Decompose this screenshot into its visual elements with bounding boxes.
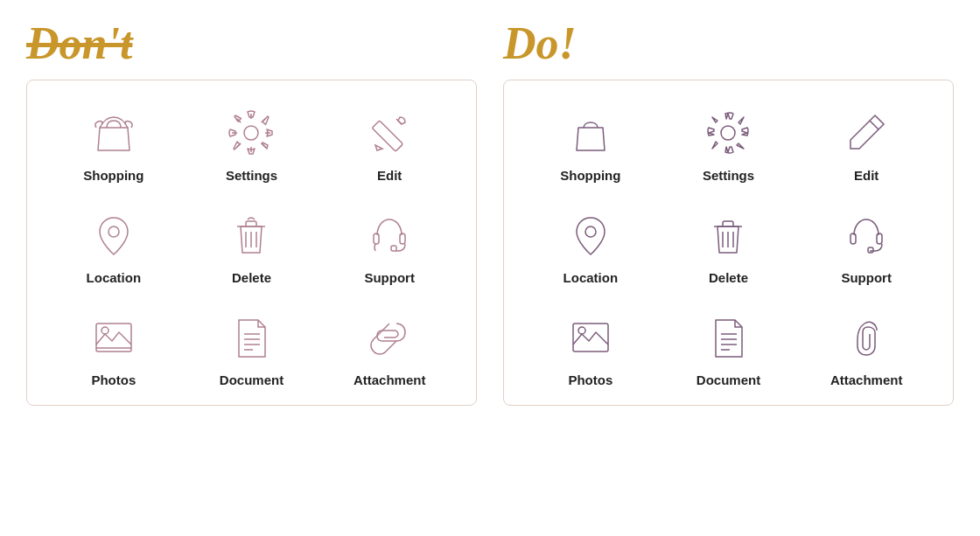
do-section: Do! Shopping: [503, 17, 954, 406]
svg-point-17: [721, 126, 735, 140]
do-delete-icon: [702, 209, 754, 261]
dont-photos-icon: [88, 311, 140, 364]
dont-shopping-item: Shopping: [45, 107, 183, 183]
dont-attachment-label: Attachment: [354, 372, 426, 387]
svg-point-28: [578, 327, 585, 334]
dont-delete-icon: [225, 209, 277, 261]
do-shopping-label: Shopping: [560, 168, 620, 183]
dont-document-icon: [225, 311, 277, 364]
svg-rect-26: [868, 247, 873, 253]
dont-document-item: Document: [183, 311, 321, 387]
dont-location-label: Location: [87, 270, 142, 285]
svg-point-3: [108, 226, 119, 237]
dont-title: Don't: [26, 17, 477, 69]
do-support-icon: [840, 209, 892, 261]
do-settings-icon: [702, 107, 754, 159]
dont-edit-item: Edit: [320, 107, 458, 183]
dont-card: Shopping: [26, 80, 477, 406]
do-card: Shopping: [503, 80, 954, 406]
do-edit-label: Edit: [854, 168, 878, 183]
do-shopping-item: Shopping: [522, 107, 660, 183]
do-location-label: Location: [564, 270, 619, 285]
dont-edit-icon: [363, 107, 416, 159]
do-support-item: Support: [797, 209, 935, 285]
do-icon-grid: Shopping: [522, 107, 935, 387]
do-edit-item: Edit: [797, 107, 935, 183]
dont-photos-item: Photos: [45, 311, 183, 387]
dont-settings-label: Settings: [226, 168, 277, 183]
dont-shopping-icon: [88, 107, 140, 159]
svg-rect-24: [850, 233, 856, 244]
svg-point-19: [585, 226, 596, 237]
dont-support-icon: [363, 209, 416, 261]
do-delete-item: Delete: [660, 209, 798, 285]
do-location-icon: [564, 209, 617, 261]
svg-point-0: [244, 126, 258, 140]
do-document-label: Document: [696, 372, 760, 387]
do-document-icon: [702, 311, 754, 364]
svg-rect-1: [372, 121, 402, 151]
page-container: Don't: [26, 17, 954, 406]
dont-icon-grid: Shopping: [45, 107, 458, 387]
do-edit-icon: [840, 107, 892, 159]
dont-attachment-item: Attachment: [320, 311, 458, 387]
dont-support-item: Support: [320, 209, 458, 285]
dont-settings-icon: [225, 107, 277, 159]
do-photos-label: Photos: [568, 372, 612, 387]
do-delete-label: Delete: [709, 270, 748, 285]
do-photos-icon: [564, 311, 617, 364]
dont-delete-label: Delete: [232, 270, 271, 285]
dont-attachment-icon: [363, 311, 416, 364]
svg-rect-25: [877, 233, 882, 244]
do-photos-item: Photos: [522, 311, 660, 387]
do-attachment-icon: [840, 311, 892, 364]
do-support-label: Support: [841, 270, 892, 285]
do-attachment-item: Attachment: [797, 311, 935, 387]
do-settings-label: Settings: [703, 168, 754, 183]
do-attachment-label: Attachment: [830, 372, 903, 387]
dont-location-icon: [88, 209, 140, 261]
svg-line-18: [870, 121, 878, 129]
dont-section: Don't: [26, 17, 477, 406]
do-document-item: Document: [660, 311, 798, 387]
dont-settings-item: Settings: [183, 107, 321, 183]
dont-delete-item: Delete: [183, 209, 321, 285]
svg-point-11: [102, 327, 108, 334]
do-settings-item: Settings: [660, 107, 798, 183]
dont-support-label: Support: [364, 270, 415, 285]
do-title: Do!: [503, 17, 954, 69]
dont-photos-label: Photos: [91, 372, 136, 387]
do-shopping-icon: [564, 107, 617, 159]
do-location-item: Location: [522, 209, 660, 285]
dont-document-label: Document: [220, 372, 284, 387]
dont-location-item: Location: [45, 209, 183, 285]
dont-shopping-label: Shopping: [83, 168, 144, 183]
svg-rect-9: [400, 233, 405, 244]
svg-rect-8: [374, 233, 379, 244]
dont-edit-label: Edit: [377, 168, 402, 183]
